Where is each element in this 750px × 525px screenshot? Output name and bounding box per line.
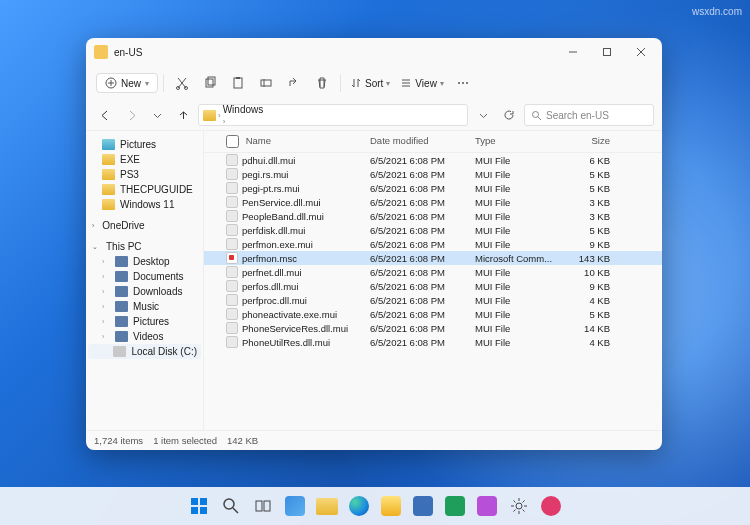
file-date: 6/5/2021 6:08 PM	[370, 337, 475, 348]
taskbar[interactable]	[0, 487, 750, 525]
file-size: 5 KB	[570, 169, 620, 180]
file-size: 4 KB	[570, 295, 620, 306]
view-button[interactable]: View ▾	[396, 77, 448, 89]
file-icon	[226, 182, 238, 194]
nav-item[interactable]: ›Videos	[88, 329, 201, 344]
paste-button[interactable]	[225, 70, 251, 96]
file-icon	[226, 168, 238, 180]
thispc-group[interactable]: ⌄This PC	[88, 239, 201, 254]
file-date: 6/5/2021 6:08 PM	[370, 253, 475, 264]
new-button[interactable]: New ▾	[96, 73, 158, 93]
widgets-button[interactable]	[281, 492, 309, 520]
search-button[interactable]	[217, 492, 245, 520]
select-all-checkbox[interactable]	[226, 135, 239, 148]
file-name: perfnet.dll.mui	[242, 267, 302, 278]
navigation-pane[interactable]: PicturesEXEPS3THECPUGUIDEWindows 11 ›One…	[86, 131, 204, 430]
minimize-button[interactable]	[556, 38, 590, 66]
file-name: PhoneUtilRes.dll.mui	[242, 337, 330, 348]
onedrive-group[interactable]: ›OneDrive	[88, 218, 201, 233]
app4-button[interactable]	[537, 492, 565, 520]
up-button[interactable]	[172, 104, 194, 126]
nav-item[interactable]: Local Disk (C:)	[88, 344, 201, 359]
nav-item[interactable]: Windows 11	[88, 197, 201, 212]
file-date: 6/5/2021 6:08 PM	[370, 295, 475, 306]
nav-label: Pictures	[133, 316, 169, 327]
forward-button[interactable]	[120, 104, 142, 126]
file-type: MUI File	[475, 197, 570, 208]
nav-item[interactable]: PS3	[88, 167, 201, 182]
search-box[interactable]: Search en-US	[524, 104, 654, 126]
maximize-button[interactable]	[590, 38, 624, 66]
nav-item[interactable]: ›Documents	[88, 269, 201, 284]
svg-point-9	[458, 82, 460, 84]
file-row[interactable]: PhoneUtilRes.dll.mui6/5/2021 6:08 PMMUI …	[204, 335, 662, 349]
file-type: MUI File	[475, 281, 570, 292]
file-list-pane: Name Date modified Type Size pdhui.dll.m…	[204, 131, 662, 430]
file-row[interactable]: PhoneServiceRes.dll.mui6/5/2021 6:08 PMM…	[204, 321, 662, 335]
file-size: 9 KB	[570, 281, 620, 292]
rename-button[interactable]	[253, 70, 279, 96]
new-label: New	[121, 78, 141, 89]
nav-item[interactable]: THECPUGUIDE	[88, 182, 201, 197]
file-size: 6 KB	[570, 155, 620, 166]
file-date: 6/5/2021 6:08 PM	[370, 183, 475, 194]
file-date: 6/5/2021 6:08 PM	[370, 225, 475, 236]
delete-button[interactable]	[309, 70, 335, 96]
nav-item[interactable]: EXE	[88, 152, 201, 167]
file-row[interactable]: perfdisk.dll.mui6/5/2021 6:08 PMMUI File…	[204, 223, 662, 237]
file-name: perfproc.dll.mui	[242, 295, 307, 306]
nav-item[interactable]: ›Desktop	[88, 254, 201, 269]
nav-item[interactable]: ›Music	[88, 299, 201, 314]
file-row[interactable]: phoneactivate.exe.mui6/5/2021 6:08 PMMUI…	[204, 307, 662, 321]
file-rows: pdhui.dll.mui6/5/2021 6:08 PMMUI File6 K…	[204, 153, 662, 430]
cut-button[interactable]	[169, 70, 195, 96]
file-date: 6/5/2021 6:08 PM	[370, 239, 475, 250]
titlebar[interactable]: en-US	[86, 38, 662, 66]
address-row: › This PC›Local Disk (C:)›Windows›System…	[86, 100, 662, 130]
app-button[interactable]	[377, 492, 405, 520]
breadcrumb-segment[interactable]: Windows	[223, 104, 289, 115]
more-button[interactable]	[450, 70, 476, 96]
addr-dropdown[interactable]	[472, 104, 494, 126]
address-bar[interactable]: › This PC›Local Disk (C:)›Windows›System…	[198, 104, 468, 126]
svg-rect-4	[206, 79, 213, 87]
nav-label: EXE	[120, 154, 140, 165]
nav-item[interactable]: ›Pictures	[88, 314, 201, 329]
nav-item[interactable]: ›Downloads	[88, 284, 201, 299]
nav-icon	[115, 331, 128, 342]
start-button[interactable]	[185, 492, 213, 520]
share-button[interactable]	[281, 70, 307, 96]
sort-button[interactable]: Sort ▾	[346, 77, 394, 89]
column-headers[interactable]: Name Date modified Type Size	[204, 131, 662, 153]
view-label: View	[415, 78, 437, 89]
file-row[interactable]: PeopleBand.dll.mui6/5/2021 6:08 PMMUI Fi…	[204, 209, 662, 223]
refresh-button[interactable]	[498, 104, 520, 126]
file-row[interactable]: pegi-pt.rs.mui6/5/2021 6:08 PMMUI File5 …	[204, 181, 662, 195]
nav-item[interactable]: Pictures	[88, 137, 201, 152]
nav-label: Desktop	[133, 256, 170, 267]
store-button[interactable]	[409, 492, 437, 520]
file-row[interactable]: pegi.rs.mui6/5/2021 6:08 PMMUI File5 KB	[204, 167, 662, 181]
nav-icon	[115, 286, 128, 297]
copy-button[interactable]	[197, 70, 223, 96]
back-button[interactable]	[94, 104, 116, 126]
file-row[interactable]: perfnet.dll.mui6/5/2021 6:08 PMMUI File1…	[204, 265, 662, 279]
app3-button[interactable]	[473, 492, 501, 520]
taskview-button[interactable]	[249, 492, 277, 520]
close-button[interactable]	[624, 38, 658, 66]
file-row[interactable]: perfmon.exe.mui6/5/2021 6:08 PMMUI File9…	[204, 237, 662, 251]
file-row[interactable]: perfmon.msc6/5/2021 6:08 PMMicrosoft Com…	[204, 251, 662, 265]
file-icon	[226, 322, 238, 334]
explorer-button[interactable]	[313, 492, 341, 520]
file-row[interactable]: perfos.dll.mui6/5/2021 6:08 PMMUI File9 …	[204, 279, 662, 293]
folder-icon	[203, 110, 216, 121]
file-name: PenService.dll.mui	[242, 197, 321, 208]
file-name: perfmon.msc	[242, 253, 297, 264]
recent-button[interactable]	[146, 104, 168, 126]
file-row[interactable]: PenService.dll.mui6/5/2021 6:08 PMMUI Fi…	[204, 195, 662, 209]
file-row[interactable]: pdhui.dll.mui6/5/2021 6:08 PMMUI File6 K…	[204, 153, 662, 167]
app2-button[interactable]	[441, 492, 469, 520]
settings-button[interactable]	[505, 492, 533, 520]
file-row[interactable]: perfproc.dll.mui6/5/2021 6:08 PMMUI File…	[204, 293, 662, 307]
edge-button[interactable]	[345, 492, 373, 520]
